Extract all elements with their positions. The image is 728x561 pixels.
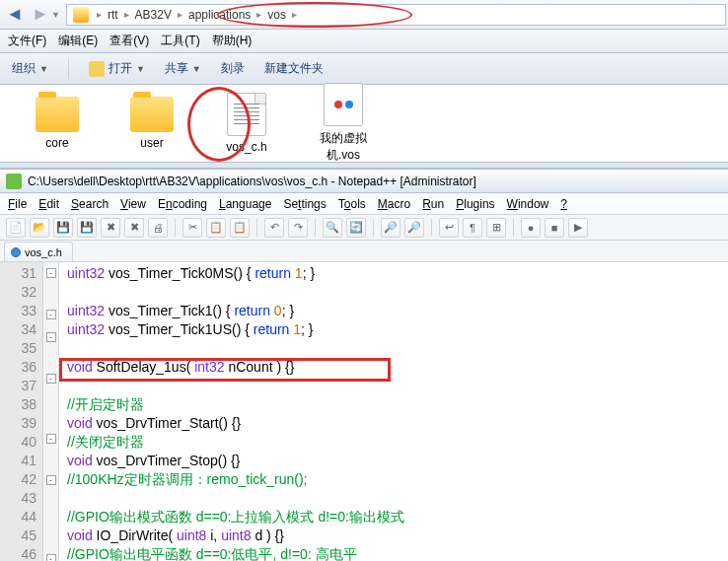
code-line[interactable]: uint32 vos_Timer_Tick1US() { return 1; } xyxy=(67,320,728,339)
code-line[interactable]: //关闭定时器 xyxy=(67,433,728,452)
line-number: 36 xyxy=(0,358,36,377)
npp-menu-search[interactable]: Search xyxy=(71,197,109,211)
code-line[interactable]: void SoftDelay_1us( int32 nCount ) {} xyxy=(67,358,728,377)
record-macro-button[interactable]: ● xyxy=(521,218,541,238)
breadcrumb-item[interactable]: applications xyxy=(186,8,253,22)
code-line[interactable]: uint32 vos_Timer_Tick0MS() { return 1; } xyxy=(67,264,728,283)
breadcrumb[interactable]: ▸ rtt ▸ AB32V ▸ applications ▸ vos ▸ xyxy=(66,4,726,26)
npp-menu-file[interactable]: File xyxy=(8,197,27,211)
fold-toggle[interactable]: - xyxy=(46,332,56,342)
menu-tools[interactable]: 工具(T) xyxy=(161,33,199,49)
chevron-right-icon: ▸ xyxy=(124,9,129,20)
new-file-button[interactable]: 📄 xyxy=(6,218,26,238)
file-item-user[interactable]: user xyxy=(124,97,180,150)
code-line[interactable]: void vos_DrvTimer_Start() {} xyxy=(67,414,728,433)
redo-button[interactable]: ↷ xyxy=(288,218,308,238)
forward-button[interactable]: ► xyxy=(28,3,53,27)
npp-menu-language[interactable]: Language xyxy=(219,197,271,211)
close-button[interactable]: ✖ xyxy=(101,218,120,238)
npp-menu-plugins[interactable]: Plugins xyxy=(456,197,494,211)
code-editor[interactable]: 31323334353637383940414243444546 -------… xyxy=(0,262,728,561)
npp-menu-view[interactable]: View xyxy=(120,197,146,211)
menu-view[interactable]: 查看(V) xyxy=(109,33,149,49)
npp-menu-edit[interactable]: Edit xyxy=(38,197,59,211)
menu-file[interactable]: 文件(F) xyxy=(8,33,46,49)
npp-menu-macro[interactable]: Macro xyxy=(378,197,410,211)
zoom-out-button[interactable]: 🔎 xyxy=(404,218,424,238)
file-item-vos-c-h[interactable]: vos_c.h xyxy=(219,93,274,154)
line-number: 41 xyxy=(0,452,36,470)
breadcrumb-item[interactable]: AB32V xyxy=(133,8,174,22)
toolbar-separator xyxy=(175,219,176,237)
wrap-button[interactable]: ↩ xyxy=(439,218,459,238)
find-button[interactable]: 🔍 xyxy=(323,218,342,238)
show-chars-button[interactable]: ¶ xyxy=(463,218,482,238)
paste-button[interactable]: 📋 xyxy=(230,218,250,238)
chevron-right-icon: ▸ xyxy=(256,9,261,20)
play-macro-button[interactable]: ▶ xyxy=(568,218,588,238)
npp-menu-help[interactable]: ? xyxy=(560,197,567,211)
code-line[interactable]: //开启定时器 xyxy=(67,395,728,414)
code-area[interactable]: uint32 vos_Timer_Tick0MS() { return 1; }… xyxy=(59,262,728,561)
npp-tab[interactable]: vos_c.h xyxy=(4,242,73,261)
open-file-button[interactable]: 📂 xyxy=(30,218,49,238)
undo-button[interactable]: ↶ xyxy=(264,218,284,238)
burn-button[interactable]: 刻录 xyxy=(221,60,245,77)
fold-toggle[interactable]: - xyxy=(46,310,56,319)
breadcrumb-item[interactable]: vos xyxy=(265,8,288,22)
npp-menu-run[interactable]: Run xyxy=(422,197,444,211)
line-number: 46 xyxy=(0,545,36,561)
code-line[interactable]: //GPIO输出模式函数 d==0:上拉输入模式 d!=0:输出模式 xyxy=(67,508,728,526)
code-line[interactable] xyxy=(67,377,728,395)
save-all-button[interactable]: 💾 xyxy=(77,218,97,238)
file-label: vos_c.h xyxy=(226,140,266,154)
stop-macro-button[interactable]: ■ xyxy=(545,218,564,238)
history-dropdown[interactable]: ▼ xyxy=(51,10,60,20)
file-item-core[interactable]: core xyxy=(30,97,85,150)
code-line[interactable] xyxy=(67,283,728,302)
cut-button[interactable]: ✂ xyxy=(182,218,202,238)
breadcrumb-item[interactable]: rtt xyxy=(106,8,120,22)
file-label: user xyxy=(140,136,163,150)
menu-edit[interactable]: 编辑(E) xyxy=(58,33,98,49)
line-number: 35 xyxy=(0,339,36,358)
share-button[interactable]: 共享 ▼ xyxy=(165,60,201,77)
back-button[interactable]: ◄ xyxy=(2,3,28,27)
code-line[interactable]: //GPIO输出电平函数 d==0:低电平, d!=0: 高电平 xyxy=(67,545,728,561)
open-button[interactable]: 打开 ▼ xyxy=(89,60,145,77)
fold-toggle[interactable]: - xyxy=(46,434,56,444)
menu-help[interactable]: 帮助(H) xyxy=(212,33,253,49)
npp-menu-encoding[interactable]: Encoding xyxy=(158,197,207,211)
organize-button[interactable]: 组织 ▼ xyxy=(12,60,48,77)
npp-menu-tools[interactable]: Tools xyxy=(338,197,366,211)
close-all-button[interactable]: ✖ xyxy=(124,218,144,238)
indent-guide-button[interactable]: ⊞ xyxy=(486,218,506,238)
npp-menu-settings[interactable]: Settings xyxy=(283,197,326,211)
npp-app-icon xyxy=(6,174,22,189)
explorer-menu-bar: 文件(F) 编辑(E) 查看(V) 工具(T) 帮助(H) xyxy=(0,30,728,53)
code-line[interactable] xyxy=(67,489,728,508)
line-number: 34 xyxy=(0,320,36,339)
code-line[interactable]: void vos_DrvTimer_Stop() {} xyxy=(67,452,728,470)
code-line[interactable] xyxy=(67,339,728,358)
line-number: 38 xyxy=(0,395,36,414)
save-button[interactable]: 💾 xyxy=(53,218,73,238)
notepadpp-window: C:\Users\dell\Desktop\rtt\AB32V\applicat… xyxy=(0,169,728,561)
fold-toggle[interactable]: - xyxy=(46,554,56,561)
npp-tab-bar: vos_c.h xyxy=(0,241,728,262)
code-line[interactable]: uint32 vos_Timer_Tick1() { return 0; } xyxy=(67,302,728,320)
fold-toggle[interactable]: - xyxy=(46,374,56,384)
print-button[interactable]: 🖨 xyxy=(148,218,168,238)
fold-toggle[interactable]: - xyxy=(46,475,56,485)
fold-toggle[interactable]: - xyxy=(46,268,56,278)
new-folder-button[interactable]: 新建文件夹 xyxy=(264,60,324,77)
npp-menu-window[interactable]: Window xyxy=(507,197,549,211)
code-line[interactable]: //100KHz定时器调用：remo_tick_run(); xyxy=(67,470,728,489)
folder-icon xyxy=(130,97,174,132)
copy-button[interactable]: 📋 xyxy=(206,218,226,238)
code-line[interactable]: void IO_DirWrite( uint8 i, uint8 d ) {} xyxy=(67,526,728,545)
zoom-in-button[interactable]: 🔎 xyxy=(381,218,400,238)
chevron-right-icon: ▸ xyxy=(178,9,182,20)
file-item-vos[interactable]: 我的虚拟机.vos xyxy=(314,83,373,164)
replace-button[interactable]: 🔄 xyxy=(346,218,366,238)
